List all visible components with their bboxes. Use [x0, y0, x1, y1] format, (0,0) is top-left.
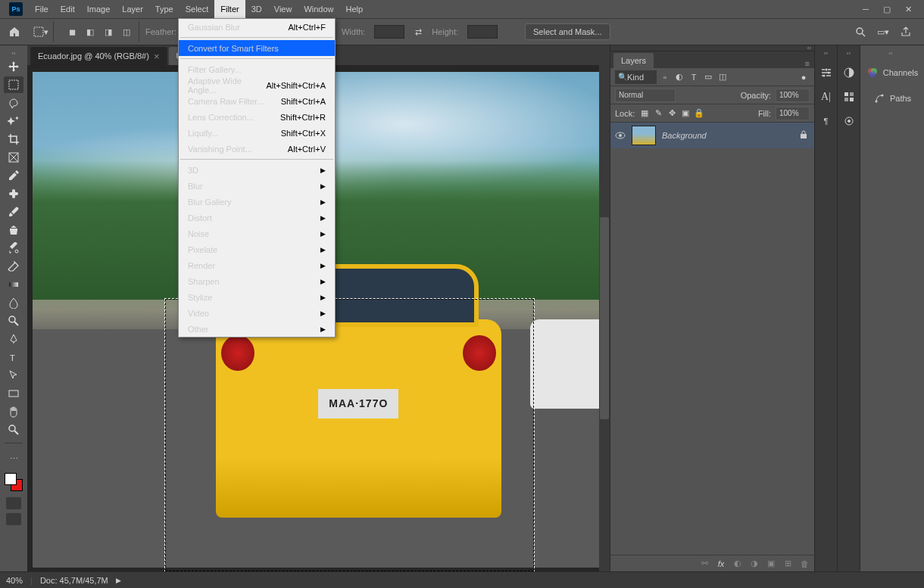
minimize-icon[interactable]: ─: [860, 4, 871, 14]
menu-edit[interactable]: Edit: [55, 0, 81, 18]
delete-layer-icon[interactable]: 🗑: [799, 558, 810, 569]
opacity-input[interactable]: 100%: [776, 89, 810, 102]
paths-panel-tab[interactable]: Paths: [867, 89, 917, 107]
doc-size[interactable]: Doc: 45,7M/45,7M: [40, 576, 108, 585]
subtract-selection-icon[interactable]: ◨: [101, 24, 116, 39]
swatches-icon[interactable]: [841, 89, 857, 105]
filter-pixel-icon[interactable]: ▫: [659, 71, 671, 83]
color-icon[interactable]: [841, 64, 857, 81]
blur-tool[interactable]: [4, 294, 23, 311]
menu-select[interactable]: Select: [179, 0, 215, 18]
visibility-icon[interactable]: [615, 130, 626, 141]
close-icon[interactable]: ✕: [903, 4, 913, 14]
lock-artboard-icon[interactable]: ▣: [680, 108, 691, 119]
lock-transparent-icon[interactable]: ▦: [639, 108, 650, 119]
hand-tool[interactable]: [4, 403, 23, 420]
maximize-icon[interactable]: ▢: [882, 4, 892, 14]
type-tool[interactable]: T: [4, 349, 23, 366]
filter-menu-item[interactable]: 3D▶: [179, 162, 335, 178]
screen-mode-icon[interactable]: [6, 513, 21, 525]
zoom-tool[interactable]: [4, 422, 23, 438]
move-tool[interactable]: [4, 58, 23, 75]
lock-pixels-icon[interactable]: ✎: [653, 108, 663, 119]
layer-row-background[interactable]: Background: [610, 123, 814, 148]
eyedropper-tool[interactable]: [4, 167, 23, 184]
filter-menu-item[interactable]: Sharpen▶: [179, 273, 335, 289]
filter-smart-icon[interactable]: ◫: [716, 71, 729, 83]
layer-mask-icon[interactable]: ◐: [732, 558, 743, 569]
filter-menu-item[interactable]: Blur▶: [179, 178, 335, 194]
paragraph-icon[interactable]: ¶: [818, 113, 835, 129]
filter-menu-item[interactable]: Adaptive Wide Angle...Alt+Shift+Ctrl+A: [179, 77, 335, 93]
filter-menu-item[interactable]: Pixelate▶: [179, 241, 335, 257]
swap-dimensions-icon[interactable]: ⇄: [410, 24, 426, 39]
new-layer-icon[interactable]: ⊞: [782, 558, 793, 569]
filter-menu-item[interactable]: Gaussian BlurAlt+Ctrl+F: [179, 19, 335, 35]
filter-toggle-icon[interactable]: ●: [798, 71, 810, 83]
vertical-scrollbar[interactable]: [599, 65, 610, 571]
filter-menu-item[interactable]: Filter Gallery...: [179, 61, 335, 77]
clone-stamp-tool[interactable]: [4, 222, 23, 238]
filter-type-icon[interactable]: T: [688, 71, 700, 83]
menu-layer[interactable]: Layer: [116, 0, 149, 18]
magic-wand-tool[interactable]: [4, 113, 23, 129]
filter-menu-item[interactable]: Stylize▶: [179, 289, 335, 305]
search-icon[interactable]: [853, 24, 868, 39]
width-input[interactable]: [374, 25, 404, 39]
home-icon[interactable]: [6, 23, 23, 40]
group-icon[interactable]: ▣: [766, 558, 776, 569]
expand-dock-icon[interactable]: ‹‹: [824, 50, 828, 57]
filter-menu-item[interactable]: Other▶: [179, 321, 335, 337]
fill-input[interactable]: 100%: [776, 107, 810, 120]
character-icon[interactable]: A|: [818, 89, 835, 105]
history-brush-tool[interactable]: [4, 240, 23, 257]
menu-file[interactable]: File: [29, 0, 55, 18]
eraser-tool[interactable]: [4, 258, 23, 275]
height-input[interactable]: [467, 25, 498, 39]
rectangle-tool[interactable]: [4, 385, 23, 402]
menu-window[interactable]: Window: [298, 0, 339, 18]
filter-menu-item[interactable]: Lens Correction...Shift+Ctrl+R: [179, 109, 335, 125]
expand-dock-icon-2[interactable]: ‹‹: [847, 50, 851, 57]
collapse-tools-icon[interactable]: ››: [11, 50, 15, 57]
menu-type[interactable]: Type: [149, 0, 179, 18]
filter-menu-item[interactable]: Vanishing Point...Alt+Ctrl+V: [179, 141, 335, 157]
expand-dock-icon-3[interactable]: ‹‹: [888, 50, 892, 56]
lasso-tool[interactable]: [4, 95, 23, 111]
adjustments-icon[interactable]: [818, 64, 835, 81]
lock-all-icon[interactable]: 🔒: [694, 108, 704, 119]
healing-brush-tool[interactable]: [4, 185, 23, 202]
libraries-icon[interactable]: [841, 113, 857, 129]
layer-style-icon[interactable]: fx: [716, 558, 726, 569]
channels-panel-tab[interactable]: Channels: [860, 64, 924, 82]
menu-filter[interactable]: Filter: [214, 0, 245, 18]
filter-menu-item[interactable]: Distort▶: [179, 210, 335, 226]
workspace-icon[interactable]: ▭▾: [876, 24, 891, 39]
dodge-tool[interactable]: [4, 313, 23, 329]
crop-tool[interactable]: [4, 131, 23, 148]
filter-kind-dropdown[interactable]: 🔍 Kind: [615, 70, 657, 84]
marquee-tool[interactable]: [4, 76, 23, 93]
filter-menu-item[interactable]: Render▶: [179, 257, 335, 273]
menu-view[interactable]: View: [268, 0, 298, 18]
status-arrow-icon[interactable]: ▶: [116, 577, 121, 584]
document-tab[interactable]: Ecuador.jpg @ 40% (RGB/8#)×: [30, 47, 167, 65]
gradient-tool[interactable]: [4, 276, 23, 293]
collapse-panel-icon[interactable]: ‹‹: [807, 45, 811, 51]
new-selection-icon[interactable]: ◼: [64, 24, 80, 39]
filter-menu-item[interactable]: Blur Gallery▶: [179, 194, 335, 210]
menu-image[interactable]: Image: [81, 0, 117, 18]
zoom-level[interactable]: 40%: [6, 576, 23, 585]
filter-menu-item[interactable]: Convert for Smart Filters: [179, 40, 335, 56]
filter-menu-item[interactable]: Video▶: [179, 305, 335, 321]
close-tab-icon[interactable]: ×: [154, 51, 160, 62]
adjustment-layer-icon[interactable]: ◑: [749, 558, 760, 569]
filter-menu-item[interactable]: Camera Raw Filter...Shift+Ctrl+A: [179, 93, 335, 109]
filter-menu-item[interactable]: Noise▶: [179, 226, 335, 241]
quick-mask-icon[interactable]: [6, 497, 21, 509]
filter-menu-item[interactable]: Liquify...Shift+Ctrl+X: [179, 125, 335, 141]
menu-help[interactable]: Help: [340, 0, 370, 18]
pen-tool[interactable]: [4, 331, 23, 347]
panel-menu-icon[interactable]: ≡: [805, 59, 814, 68]
link-layers-icon[interactable]: ⚯: [699, 558, 710, 569]
